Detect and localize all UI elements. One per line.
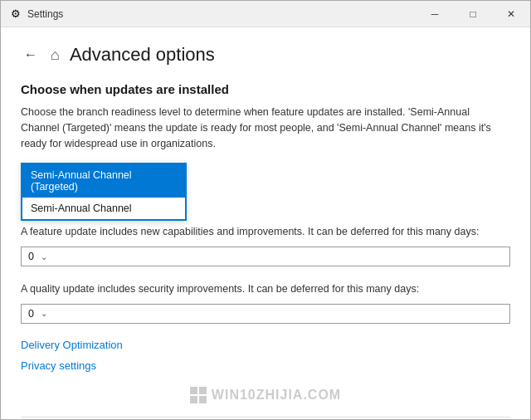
divider (21, 417, 510, 418)
chevron-down-icon: ⌄ (41, 252, 47, 261)
settings-icon: ⚙ (11, 7, 21, 20)
maximize-button[interactable]: □ (454, 1, 492, 27)
title-bar-controls: ─ □ ✕ (416, 1, 530, 27)
header-row: ← ⌂ Advanced options (21, 44, 510, 66)
title-bar-left: ⚙ Settings (11, 7, 63, 20)
title-bar-title: Settings (27, 8, 63, 20)
section-title: Choose when updates are installed (21, 82, 510, 96)
watermark: WIN10ZHIJIA.COM (21, 380, 510, 410)
quality-update-label: A quality update includes security impro… (21, 281, 510, 297)
content-area: ← ⌂ Advanced options Choose when updates… (1, 27, 530, 420)
minimize-button[interactable]: ─ (416, 1, 454, 27)
dropdown-option-sac[interactable]: Semi-Annual Channel (22, 198, 185, 219)
dropdown-option-targeted[interactable]: Semi-Annual Channel (Targeted) (22, 164, 185, 198)
chevron-down-icon-2: ⌄ (41, 309, 47, 318)
description-text: Choose the branch readiness level to det… (21, 105, 510, 151)
quality-update-value: 0 (28, 308, 34, 320)
page-title: Advanced options (70, 44, 215, 66)
watermark-text: WIN10ZHIJIA.COM (212, 388, 341, 403)
main-panel: ← ⌂ Advanced options Choose when updates… (1, 27, 530, 420)
feature-update-dropdown[interactable]: 0 ⌄ (21, 247, 510, 266)
close-button[interactable]: ✕ (492, 1, 530, 27)
quality-update-dropdown[interactable]: 0 ⌄ (21, 304, 510, 324)
privacy-settings-link[interactable]: Privacy settings (21, 359, 510, 372)
title-bar: ⚙ Settings ─ □ ✕ (1, 1, 530, 27)
delivery-optimization-link[interactable]: Delivery Optimization (21, 339, 510, 351)
back-button[interactable]: ← (21, 44, 41, 66)
windows-logo-icon (190, 387, 207, 403)
back-arrow-icon: ← (24, 47, 37, 62)
home-icon: ⌂ (51, 46, 60, 64)
channel-dropdown-open[interactable]: Semi-Annual Channel (Targeted) Semi-Annu… (21, 163, 187, 221)
feature-update-label: A feature update includes new capabiliti… (21, 224, 510, 240)
feature-update-value: 0 (28, 251, 34, 262)
